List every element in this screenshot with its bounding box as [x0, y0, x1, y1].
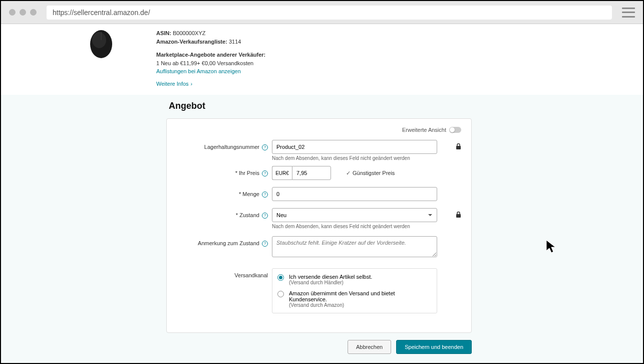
ship-opt2-main: Amazon übernimmt den Versand und bietet … [289, 290, 432, 302]
price-hint: Günstigster Preis [353, 170, 395, 176]
help-icon[interactable]: ? [262, 144, 268, 150]
help-icon[interactable]: ? [262, 241, 268, 247]
panel-title: Angebot [169, 101, 643, 111]
svg-rect-2 [456, 146, 461, 149]
shipping-option-self[interactable]: Ich versende diesen Artikel selbst. (Ver… [277, 274, 432, 285]
radio-checked[interactable] [277, 274, 284, 281]
quantity-label: Menge [242, 191, 259, 197]
chevron-right-icon: › [191, 80, 193, 88]
listings-link[interactable]: Auflistungen bei Amazon anzeigen [156, 68, 241, 74]
sku-note: Nach dem Absenden, kann dieses Feld nich… [272, 155, 450, 161]
condition-note: Nach dem Absenden, kann dieses Feld nich… [272, 224, 450, 229]
marketplace-value: 1 Neu ab €11,99+ €0,00 Versandkosten [156, 59, 265, 68]
dot [30, 9, 37, 16]
shipping-options: Ich versende diesen Artikel selbst. (Ver… [272, 268, 437, 313]
condition-select[interactable]: Neu [272, 208, 437, 222]
check-icon: ✓ [346, 170, 351, 176]
price-label: Ihr Preis [239, 170, 259, 176]
action-bar: Abbrechen Speichern und beenden [1, 340, 472, 354]
quantity-input[interactable] [272, 187, 437, 201]
menu-icon[interactable] [622, 8, 635, 18]
currency-label: EUR€ [272, 166, 292, 180]
shipping-option-amazon[interactable]: Amazon übernimmt den Versand und bietet … [277, 290, 432, 308]
help-icon[interactable]: ? [262, 170, 268, 176]
browser-chrome: https://sellercentral.amazon.de/ [1, 1, 643, 24]
rank-label: Amazon-Verkaufsrangliste: [156, 39, 227, 45]
rank-value: 3114 [229, 39, 241, 45]
product-image [71, 29, 131, 64]
advanced-view-toggle[interactable] [449, 127, 461, 133]
sku-label: Lagerhaltungsnummer [204, 144, 259, 150]
lock-icon [456, 140, 461, 152]
save-button[interactable]: Speichern und beenden [396, 340, 472, 354]
url-bar[interactable]: https://sellercentral.amazon.de/ [47, 6, 612, 20]
product-info: ASIN: B000000XYZ Amazon-Verkaufsranglist… [156, 29, 265, 88]
condition-label: Zustand [239, 212, 259, 218]
ship-opt1-main: Ich versende diesen Artikel selbst. [289, 274, 372, 280]
sku-input[interactable] [272, 140, 437, 154]
shipping-label: Versandkanal [234, 272, 268, 278]
asin-label: ASIN: [156, 30, 171, 36]
asin-value: B000000XYZ [173, 30, 205, 36]
window-controls [9, 9, 37, 16]
price-input[interactable] [292, 166, 331, 180]
lock-icon [456, 208, 461, 220]
radio-unchecked[interactable] [277, 291, 284, 297]
advanced-view-label: Erweiterte Ansicht [402, 127, 446, 133]
cancel-button[interactable]: Abbrechen [348, 340, 391, 354]
condition-note-input[interactable] [272, 236, 437, 257]
dot [9, 9, 16, 16]
more-info-link[interactable]: Weitere Infos › [156, 80, 192, 88]
help-icon[interactable]: ? [262, 213, 268, 219]
product-header: ASIN: B000000XYZ Amazon-Verkaufsranglist… [1, 24, 643, 93]
svg-rect-3 [456, 214, 461, 218]
svg-point-1 [92, 32, 106, 48]
dot [20, 9, 26, 16]
offer-panel: Erweiterte Ansicht Lagerhaltungsnummer ?… [166, 118, 472, 333]
condition-note-label: Anmerkung zum Zustand [198, 240, 259, 246]
ship-opt1-sub: (Versand durch Händler) [289, 280, 372, 285]
help-icon[interactable]: ? [262, 192, 268, 198]
ship-opt2-sub: (Versand durch Amazon) [289, 302, 432, 308]
marketplace-label: Marketplace-Angebote anderer Verkäufer: [156, 52, 265, 58]
